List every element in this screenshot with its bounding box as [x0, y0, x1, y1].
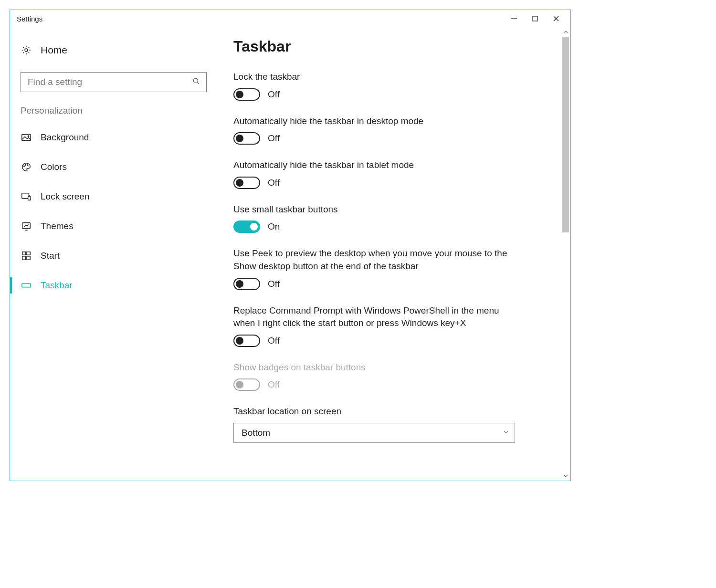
toggle-state: Off	[268, 379, 280, 390]
toggle-state: Off	[268, 279, 280, 289]
svg-point-5	[193, 78, 198, 83]
start-icon	[21, 250, 32, 262]
sidebar-item-themes[interactable]: Themes	[10, 211, 211, 241]
toggle-hide-tablet[interactable]	[233, 177, 260, 189]
svg-rect-20	[22, 284, 31, 287]
minimize-icon	[511, 15, 517, 22]
taskbar-icon	[21, 280, 32, 291]
setting-label: Taskbar location on screen	[233, 405, 515, 418]
close-icon	[553, 15, 559, 22]
setting-label: Use small taskbar buttons	[233, 203, 515, 216]
gear-icon	[21, 44, 32, 56]
sidebar-item-label: Taskbar	[41, 280, 73, 291]
setting-label: Use Peek to preview the desktop when you…	[233, 247, 515, 273]
sidebar-item-label: Start	[41, 251, 60, 261]
scroll-down-icon[interactable]	[561, 471, 570, 481]
sidebar-item-colors[interactable]: Colors	[10, 152, 211, 182]
sidebar-item-label: Themes	[41, 221, 74, 231]
scroll-thumb[interactable]	[562, 37, 569, 232]
svg-rect-17	[27, 252, 30, 255]
svg-point-9	[24, 166, 25, 167]
scroll-track[interactable]	[561, 37, 570, 471]
scroll-up-icon[interactable]	[561, 27, 570, 37]
home-label: Home	[41, 44, 67, 56]
search-input[interactable]	[27, 76, 192, 88]
titlebar: Settings	[10, 10, 570, 27]
setting-hide-desktop: Automatically hide the taskbar in deskto…	[233, 115, 515, 145]
setting-powershell: Replace Command Prompt with Windows Powe…	[233, 304, 515, 347]
toggle-state: Off	[268, 133, 280, 144]
svg-rect-19	[27, 256, 30, 260]
svg-point-4	[25, 49, 28, 52]
toggle-state: Off	[268, 336, 280, 346]
svg-point-8	[28, 136, 29, 136]
maximize-icon	[532, 15, 538, 22]
toggle-small-buttons[interactable]	[233, 220, 260, 233]
setting-label: Automatically hide the taskbar in deskto…	[233, 115, 515, 128]
sidebar-item-label: Colors	[41, 162, 67, 172]
minimize-button[interactable]	[504, 11, 525, 26]
setting-small-buttons: Use small taskbar buttons On	[233, 203, 515, 233]
setting-badges: Show badges on taskbar buttons Off	[233, 361, 515, 391]
setting-label: Lock the taskbar	[233, 71, 515, 84]
sidebar-item-lockscreen[interactable]: Lock screen	[10, 182, 211, 211]
page-title: Taskbar	[233, 38, 551, 55]
home-link[interactable]: Home	[10, 40, 211, 61]
close-button[interactable]	[546, 11, 567, 26]
setting-label: Automatically hide the taskbar in tablet…	[233, 159, 515, 172]
svg-rect-13	[28, 197, 31, 200]
svg-rect-16	[22, 252, 25, 255]
toggle-peek[interactable]	[233, 278, 260, 290]
select-value: Bottom	[242, 428, 502, 438]
category-label: Personalization	[21, 105, 211, 116]
themes-icon	[21, 220, 32, 232]
setting-label: Replace Command Prompt with Windows Powe…	[233, 304, 515, 330]
toggle-powershell[interactable]	[233, 335, 260, 347]
settings-window: Settings Home Person	[10, 10, 571, 481]
setting-location: Taskbar location on screen Bottom	[233, 405, 515, 443]
search-box[interactable]	[21, 72, 207, 92]
svg-rect-18	[22, 256, 25, 260]
setting-hide-tablet: Automatically hide the taskbar in tablet…	[233, 159, 515, 189]
sidebar-item-start[interactable]: Start	[10, 241, 211, 271]
scrollbar[interactable]	[561, 27, 570, 481]
main-panel: Taskbar Lock the taskbar Off Automatical…	[211, 27, 570, 481]
window-title: Settings	[17, 15, 42, 23]
toggle-state: Off	[268, 178, 280, 188]
toggle-lock-taskbar[interactable]	[233, 88, 260, 101]
chevron-down-icon	[502, 428, 510, 438]
sidebar: Home Personalization Background Colo	[10, 27, 211, 481]
toggle-badges	[233, 378, 260, 391]
svg-line-6	[197, 82, 199, 84]
svg-point-10	[25, 165, 26, 166]
toggle-state: Off	[268, 89, 280, 100]
sidebar-item-taskbar[interactable]: Taskbar	[10, 271, 211, 300]
sidebar-item-label: Lock screen	[41, 191, 89, 202]
setting-peek: Use Peek to preview the desktop when you…	[233, 247, 515, 290]
sidebar-item-background[interactable]: Background	[10, 123, 211, 152]
maximize-button[interactable]	[525, 11, 546, 26]
lockscreen-icon	[21, 191, 32, 202]
location-select[interactable]: Bottom	[233, 423, 515, 443]
picture-icon	[21, 132, 32, 143]
palette-icon	[21, 161, 32, 173]
setting-lock-taskbar: Lock the taskbar Off	[233, 71, 515, 101]
toggle-hide-desktop[interactable]	[233, 132, 260, 145]
search-icon	[192, 77, 200, 87]
toggle-state: On	[268, 221, 280, 232]
svg-point-11	[27, 165, 28, 166]
svg-rect-1	[533, 16, 537, 21]
setting-label: Show badges on taskbar buttons	[233, 361, 515, 374]
sidebar-item-label: Background	[41, 132, 89, 143]
